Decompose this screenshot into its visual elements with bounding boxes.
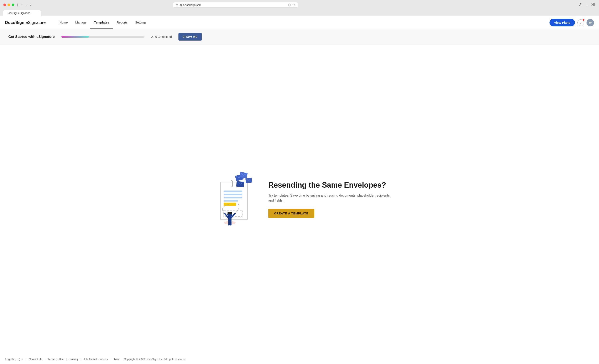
svg-rect-13 <box>224 200 238 202</box>
footer-sep-4: | <box>81 357 81 361</box>
browser-tabs: DocuSign eSignature <box>3 10 596 16</box>
app-header: DocuSign eSignature Home Manage Template… <box>0 16 599 29</box>
traffic-lights <box>3 4 14 6</box>
hero-heading: Resending the Same Envelopes? <box>268 181 393 189</box>
svg-rect-20 <box>230 221 231 225</box>
hero-description: Try templates. Save time by saving and r… <box>268 193 393 203</box>
svg-rect-11 <box>224 194 242 195</box>
create-template-button[interactable]: CREATE A TEMPLATE <box>268 209 314 218</box>
completed-text: 2 / 6 Completed <box>151 35 172 38</box>
app-container: DocuSign eSignature Home Manage Template… <box>0 16 599 364</box>
close-button[interactable] <box>3 4 6 6</box>
tab-overview-icon[interactable] <box>591 2 596 8</box>
footer-contact-us[interactable]: Contact Us <box>29 357 42 361</box>
svg-rect-1 <box>18 4 21 4</box>
active-tab[interactable]: DocuSign eSignature <box>3 10 41 16</box>
progress-section: Get Started with eSignature 2 / 6 Comple… <box>0 29 599 44</box>
language-label: English (US) <box>5 357 20 361</box>
back-button[interactable]: ‹ <box>26 2 28 8</box>
svg-rect-7 <box>592 5 593 6</box>
progress-title: Get Started with eSignature <box>8 35 55 39</box>
header-right: View Plans ? SP <box>549 19 594 27</box>
footer-sep-5: | <box>110 357 111 361</box>
svg-rect-6 <box>593 3 595 4</box>
svg-rect-10 <box>224 191 242 192</box>
browser-actions: + <box>578 2 596 8</box>
progress-bar-container <box>61 36 145 38</box>
nav-settings[interactable]: Settings <box>132 16 150 29</box>
main-content: Resending the Same Envelopes? Try templa… <box>0 44 599 354</box>
svg-rect-2 <box>18 5 21 5</box>
nav-home[interactable]: Home <box>56 16 71 29</box>
footer-sep-2: | <box>45 357 45 361</box>
help-button[interactable]: ? <box>577 19 584 26</box>
url-text: app.docusign.com <box>179 3 202 7</box>
browser-chrome: ‹ › app.docusign.com + DocuSign eSignatu… <box>0 0 599 16</box>
footer-privacy[interactable]: Privacy <box>70 357 79 361</box>
app-logo: DocuSign eSignature <box>5 20 46 25</box>
language-selector[interactable]: English (US) <box>5 357 23 361</box>
app-footer: English (US) | Contact Us | Terms of Use… <box>0 354 599 364</box>
view-plans-button[interactable]: View Plans <box>549 19 575 27</box>
progress-bar-fill <box>61 36 89 38</box>
svg-rect-3 <box>18 6 21 6</box>
nav-templates[interactable]: Templates <box>90 16 113 29</box>
address-bar[interactable]: app.docusign.com <box>173 2 298 8</box>
svg-rect-0 <box>17 4 18 7</box>
svg-rect-14 <box>224 203 236 206</box>
show-me-button[interactable]: SHOW ME <box>178 33 202 41</box>
minimize-button[interactable] <box>8 4 10 6</box>
browser-toolbar: ‹ › app.docusign.com + <box>3 2 596 8</box>
avatar[interactable]: SP <box>587 19 594 27</box>
footer-intellectual-property[interactable]: Intellectual Property <box>84 357 108 361</box>
notification-indicator: ? <box>577 19 584 26</box>
footer-terms[interactable]: Terms of Use <box>48 357 64 361</box>
progress-bar-track <box>61 36 145 38</box>
share-icon[interactable] <box>578 2 583 8</box>
nav-buttons: ‹ › <box>26 2 32 8</box>
hero-illustration <box>206 170 256 229</box>
nav-reports[interactable]: Reports <box>113 16 132 29</box>
svg-rect-5 <box>592 3 593 4</box>
footer-sep-3: | <box>66 357 67 361</box>
svg-rect-19 <box>228 221 230 225</box>
forward-button[interactable]: › <box>29 2 32 8</box>
hero-text: Resending the Same Envelopes? Try templa… <box>268 181 393 218</box>
footer-copyright: Copyright © 2023 DocuSign, Inc. All righ… <box>124 357 185 361</box>
svg-rect-8 <box>593 5 595 6</box>
sidebar-toggle[interactable] <box>17 4 23 7</box>
footer-trust[interactable]: Trust <box>114 357 120 361</box>
nav-manage[interactable]: Manage <box>71 16 90 29</box>
footer-sep-1: | <box>26 357 26 361</box>
new-tab-icon[interactable]: + <box>585 2 589 8</box>
svg-point-24 <box>227 212 232 214</box>
svg-rect-12 <box>224 197 242 198</box>
maximize-button[interactable] <box>12 4 14 6</box>
hero-section: Resending the Same Envelopes? Try templa… <box>206 170 393 229</box>
main-nav: Home Manage Templates Reports Settings <box>56 16 150 29</box>
